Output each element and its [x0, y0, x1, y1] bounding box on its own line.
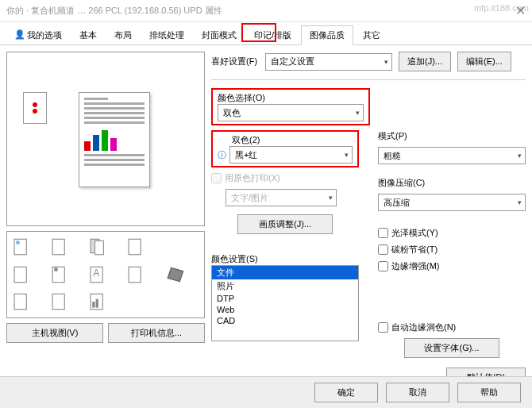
- compression-label: 图像压缩(C): [378, 177, 526, 189]
- thumb-8[interactable]: A: [88, 264, 112, 285]
- right-column: 喜好设置(F) 自定义设置 追加(J)... 编辑(E)... 颜色选择(O) …: [211, 52, 526, 387]
- tab-bar: 👤我的选项 基本 布局 排纸处理 封面模式 印记/排版 图像品质 其它: [0, 22, 532, 45]
- two-color-select[interactable]: 黑+红: [229, 146, 353, 164]
- thumb-4[interactable]: [126, 237, 150, 257]
- list-item[interactable]: DTP: [212, 293, 358, 304]
- content: A 主机视图(V) 打印机信息... 喜好设置(F) 自定义设置 追加(J)..…: [0, 45, 532, 394]
- thumb-10[interactable]: [164, 264, 188, 285]
- feature-thumbnails: A: [6, 231, 205, 318]
- preview-pane: [6, 52, 205, 226]
- list-item[interactable]: 文件: [212, 266, 358, 279]
- favorites-add-button[interactable]: 追加(J)...: [399, 52, 451, 71]
- color-select-dropdown[interactable]: 双色: [218, 104, 364, 121]
- favorites-select[interactable]: 自定义设置: [265, 53, 392, 71]
- tab-quality[interactable]: 图像品质: [301, 25, 353, 45]
- compression-select[interactable]: 高压缩: [378, 194, 526, 211]
- tab-layout[interactable]: 布局: [106, 25, 140, 44]
- staple-thumb: [23, 92, 47, 124]
- favorites-label: 喜好设置(F): [211, 56, 259, 67]
- edge-check[interactable]: 边缘增强(M): [378, 260, 526, 272]
- svg-rect-6: [14, 267, 26, 283]
- thumb-2[interactable]: [50, 237, 74, 257]
- mode-select[interactable]: 粗糙: [378, 147, 526, 164]
- tab-stamp[interactable]: 印记/排版: [246, 25, 299, 44]
- svg-rect-11: [129, 267, 141, 283]
- svg-rect-8: [54, 268, 57, 271]
- tab-other[interactable]: 其它: [355, 25, 388, 44]
- tab-paper[interactable]: 排纸处理: [141, 25, 192, 44]
- tab-my-options[interactable]: 👤我的选项: [6, 25, 70, 44]
- toner-check[interactable]: 碳粉节省(T): [378, 244, 526, 256]
- two-color-label: 双色(2): [232, 134, 353, 146]
- thumb-7[interactable]: [50, 264, 74, 285]
- tab-basic[interactable]: 基本: [71, 25, 105, 44]
- svg-rect-13: [14, 294, 26, 310]
- host-view-button[interactable]: 主机视图(V): [6, 323, 103, 343]
- left-column: A 主机视图(V) 打印机信息...: [6, 52, 205, 387]
- thumb-11[interactable]: [12, 291, 36, 312]
- gloss-check[interactable]: 光泽模式(Y): [378, 227, 526, 239]
- close-icon[interactable]: ✕: [515, 3, 526, 18]
- auto-trap-check[interactable]: 自动边缘洞色(N): [378, 321, 526, 333]
- svg-rect-17: [96, 299, 98, 308]
- help-button[interactable]: 帮助: [457, 383, 521, 402]
- svg-text:A: A: [93, 268, 99, 279]
- page-preview: [79, 92, 150, 187]
- svg-rect-4: [95, 241, 104, 254]
- info-icon: ⓘ: [218, 149, 226, 161]
- svg-rect-1: [16, 241, 19, 244]
- thumb-1[interactable]: [12, 237, 36, 257]
- svg-rect-16: [92, 302, 94, 308]
- titlebar: 你的 · 复合机频道 … 266 PCL (192.168.0.56) UPD …: [0, 0, 532, 22]
- color-select-label: 颜色选择(O): [218, 92, 364, 104]
- svg-rect-14: [52, 294, 64, 310]
- color-settings-label: 颜色设置(S): [211, 253, 359, 265]
- original-color-select: 文字/图片: [226, 189, 337, 206]
- ok-button[interactable]: 确定: [314, 383, 378, 402]
- mode-label: 模式(P): [378, 130, 526, 142]
- list-item[interactable]: Web: [212, 304, 358, 315]
- favorites-edit-button[interactable]: 编辑(E)...: [457, 52, 511, 71]
- printer-info-button[interactable]: 打印机信息...: [108, 323, 205, 343]
- original-color-check: 用原色打印(X): [211, 172, 359, 184]
- thumb-6[interactable]: [12, 264, 36, 285]
- color-select-group: 颜色选择(O) 双色: [211, 88, 370, 125]
- cancel-button[interactable]: 取消: [386, 383, 449, 402]
- svg-marker-12: [168, 268, 183, 281]
- svg-rect-5: [129, 239, 141, 255]
- thumb-12[interactable]: [50, 291, 74, 312]
- thumb-3[interactable]: [88, 237, 112, 257]
- list-item[interactable]: CAD: [212, 315, 358, 326]
- thumb-9[interactable]: [126, 264, 150, 285]
- dialog-footer: 确定 取消 帮助: [0, 376, 532, 408]
- list-item[interactable]: 照片: [212, 279, 358, 293]
- thumb-5[interactable]: [164, 237, 188, 257]
- chart-icon: [84, 129, 145, 151]
- two-color-group: 双色(2) ⓘ 黑+红: [211, 130, 359, 167]
- svg-rect-2: [52, 239, 64, 255]
- set-font-button[interactable]: 设置字体(G)...: [404, 338, 499, 358]
- quality-adjust-button[interactable]: 画质调整(J)...: [237, 214, 333, 234]
- person-icon: 👤: [14, 29, 25, 40]
- tab-cover[interactable]: 封面模式: [194, 25, 245, 44]
- thumb-13[interactable]: [88, 291, 112, 312]
- window-title: 你的 · 复合机频道 … 266 PCL (192.168.0.56) UPD …: [6, 5, 222, 17]
- color-settings-list[interactable]: 文件 照片 DTP Web CAD: [211, 265, 359, 341]
